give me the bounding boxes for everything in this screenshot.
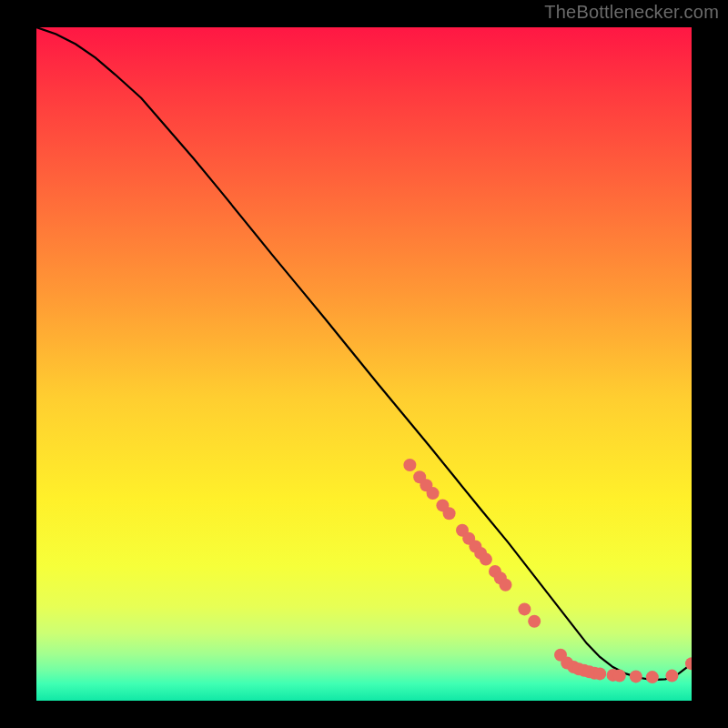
data-marker [443, 507, 456, 520]
data-marker [403, 459, 416, 471]
data-marker [518, 602, 531, 615]
plot-area [36, 27, 692, 701]
attribution-text: TheBottlenecker.com [544, 2, 719, 23]
data-marker [630, 670, 642, 682]
data-marker [427, 487, 440, 500]
chart-svg [36, 27, 692, 701]
data-marker [528, 615, 541, 628]
data-marker [665, 670, 678, 682]
data-marker [500, 579, 512, 592]
data-marker [480, 553, 492, 566]
gradient-background [36, 27, 692, 701]
data-marker [613, 670, 626, 682]
data-marker [646, 671, 659, 683]
chart-frame: TheBottlenecker.com [0, 0, 728, 728]
data-marker [593, 667, 606, 680]
